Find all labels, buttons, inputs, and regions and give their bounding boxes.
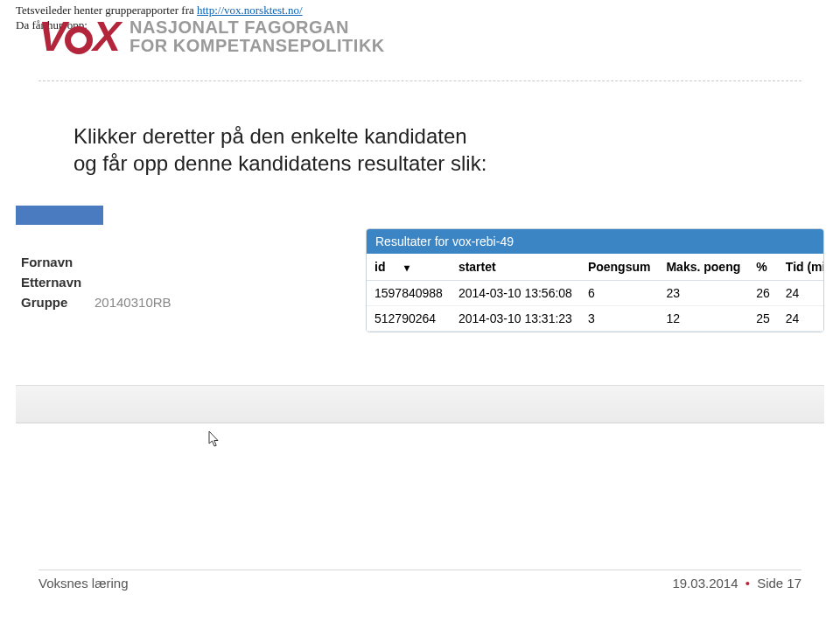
results-header-row: id ▾ startet Poengsum Maks. poeng % Tid … xyxy=(367,254,824,281)
table-row[interactable]: 1597840988 2014-03-10 13:56:08 6 23 26 2… xyxy=(367,281,824,306)
active-tab-accent xyxy=(16,206,103,225)
row-gruppe: Gruppe 20140310RB xyxy=(16,295,296,310)
vox-logo-letter-v: V xyxy=(38,12,65,60)
brand-block: V X NASJONALT FAGORGAN FOR KOMPETANSEPOL… xyxy=(38,12,385,60)
cell-poengsum: 3 xyxy=(580,306,659,332)
row-etternavn: Etternavn xyxy=(16,275,296,290)
bullet-icon: • xyxy=(746,576,750,591)
col-poengsum[interactable]: Poengsum xyxy=(580,254,659,281)
body-text: Klikker deretter på den enkelte kandidat… xyxy=(74,122,486,177)
value-gruppe: 20140310RB xyxy=(94,295,172,310)
cell-maks: 12 xyxy=(658,306,748,332)
body-text-line2: og får opp denne kandidatens resultater … xyxy=(74,151,486,175)
results-header: Resultater for vox-rebi-49 xyxy=(367,229,823,254)
footer-date: 19.03.2014 xyxy=(672,576,738,591)
candidate-info-panel: Fornavn Etternavn Gruppe 20140310RB xyxy=(16,255,296,315)
brand-tagline-line2: FOR KOMPETANSEPOLITIKK xyxy=(130,36,385,55)
table-row[interactable]: 512790264 2014-03-10 13:31:23 3 12 25 24… xyxy=(367,306,824,332)
cell-startet: 2014-03-10 13:31:23 xyxy=(451,306,580,332)
divider-line xyxy=(38,80,802,81)
cell-tid: 24 xyxy=(778,306,824,332)
brand-tagline-line1: NASJONALT FAGORGAN xyxy=(130,17,349,37)
footer-right: 19.03.2014 • Side 17 xyxy=(672,576,802,591)
cell-prosent: 25 xyxy=(748,306,778,332)
cell-startet: 2014-03-10 13:56:08 xyxy=(451,281,580,306)
cell-id: 512790264 xyxy=(367,306,451,332)
cell-id: 1597840988 xyxy=(367,281,451,306)
slide-footer: Voksnes læring 19.03.2014 • Side 17 xyxy=(38,570,802,591)
vox-logo-ring-icon xyxy=(65,26,93,54)
col-id-label: id xyxy=(374,260,385,274)
col-tid[interactable]: Tid (min.) xyxy=(778,254,824,281)
col-prosent[interactable]: % xyxy=(748,254,778,281)
brand-tagline: NASJONALT FAGORGAN FOR KOMPETANSEPOLITIK… xyxy=(130,18,385,55)
label-gruppe: Gruppe xyxy=(16,295,94,310)
results-panel: Resultater for vox-rebi-49 id ▾ startet … xyxy=(366,228,824,332)
cell-prosent: 26 xyxy=(748,281,778,306)
col-id[interactable]: id ▾ xyxy=(367,254,451,281)
vox-logo: V X xyxy=(38,12,119,60)
mouse-cursor-icon xyxy=(208,430,222,451)
vox-logo-letter-x: X xyxy=(93,12,119,60)
cell-poengsum: 6 xyxy=(580,281,659,306)
footer-left: Voksnes læring xyxy=(38,576,129,591)
col-makspoeng[interactable]: Maks. poeng xyxy=(658,254,748,281)
body-text-line1: Klikker deretter på den enkelte kandidat… xyxy=(74,124,467,148)
footer-page: Side 17 xyxy=(757,576,802,591)
col-startet[interactable]: startet xyxy=(451,254,580,281)
row-fornavn: Fornavn xyxy=(16,255,296,269)
status-bar xyxy=(16,385,824,423)
cell-tid: 24 xyxy=(778,281,824,306)
sort-chevron-down-icon: ▾ xyxy=(404,262,410,274)
results-table: id ▾ startet Poengsum Maks. poeng % Tid … xyxy=(367,254,824,332)
label-fornavn: Fornavn xyxy=(16,255,94,269)
label-etternavn: Etternavn xyxy=(16,275,94,290)
cell-maks: 23 xyxy=(658,281,748,306)
